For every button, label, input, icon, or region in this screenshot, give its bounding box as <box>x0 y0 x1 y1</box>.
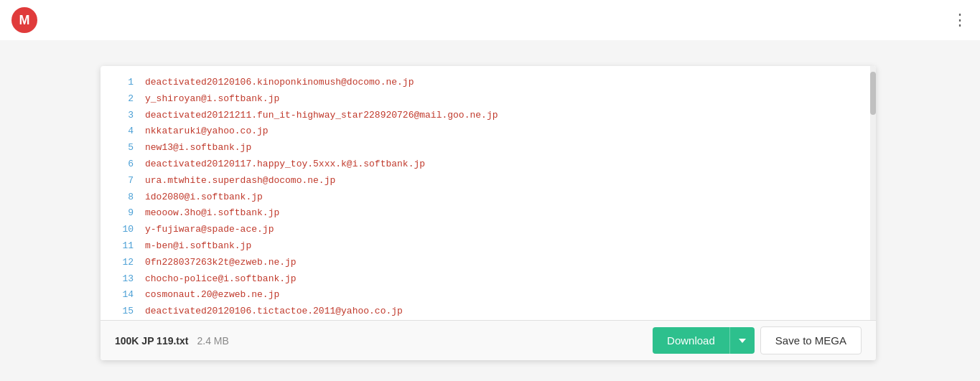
table-row: 4nkkataruki@yahoo.co.jp <box>101 123 876 140</box>
table-row: 9meooow.3ho@i.softbank.jp <box>101 205 876 222</box>
table-row: 15deactivated20120106.tictactoe.2011@yah… <box>101 304 876 320</box>
save-to-mega-button[interactable]: Save to MEGA <box>760 326 862 354</box>
table-row: 5new13@i.softbank.jp <box>101 140 876 156</box>
line-content: deactivated20121211.fun_it-highway_star2… <box>145 108 498 123</box>
line-content: chocho-police@i.softbank.jp <box>145 272 297 287</box>
main-content: 1deactivated20120106.kinoponkinomush@doc… <box>0 40 980 381</box>
mega-logo[interactable]: M <box>11 7 37 33</box>
line-number: 3 <box>112 108 134 123</box>
line-number: 1 <box>112 75 134 90</box>
table-row: 3deactivated20121211.fun_it-highway_star… <box>101 108 876 124</box>
table-row: 14cosmonaut.20@ezweb.ne.jp <box>101 287 876 304</box>
table-row: 8ido2080@i.softbank.jp <box>101 189 876 206</box>
download-dropdown-button[interactable] <box>729 327 755 354</box>
line-number: 14 <box>112 288 134 303</box>
bottom-bar: 100K JP 119.txt 2.4 MB Download Save to … <box>101 320 876 360</box>
table-row: 10y-fujiwara@spade-ace.jp <box>101 222 876 238</box>
header-menu-icon[interactable]: ⋮ <box>952 11 969 29</box>
line-number: 5 <box>112 141 134 156</box>
line-number: 9 <box>112 206 134 221</box>
table-row: 13chocho-police@i.softbank.jp <box>101 271 876 288</box>
line-content: deactivated20120106.kinoponkinomush@doco… <box>145 75 414 90</box>
line-content: new13@i.softbank.jp <box>145 141 251 156</box>
line-content: meooow.3ho@i.softbank.jp <box>145 206 279 221</box>
logo-letter: M <box>19 13 30 28</box>
line-number: 11 <box>112 239 134 254</box>
line-content: ura.mtwhite.superdash@docomo.ne.jp <box>145 174 335 189</box>
line-content: cosmonaut.20@ezweb.ne.jp <box>145 288 279 303</box>
line-number: 12 <box>112 255 134 271</box>
line-content: y-fujiwara@spade-ace.jp <box>145 222 274 237</box>
code-lines: 1deactivated20120106.kinoponkinomush@doc… <box>101 75 876 320</box>
line-number: 15 <box>112 304 134 319</box>
line-content: ido2080@i.softbank.jp <box>145 190 263 205</box>
table-row: 7ura.mtwhite.superdash@docomo.ne.jp <box>101 173 876 189</box>
line-number: 8 <box>112 190 134 205</box>
line-content: deactivated20120106.tictactoe.2011@yahoo… <box>145 304 403 319</box>
table-row: 2y_shiroyan@i.softbank.jp <box>101 91 876 108</box>
line-number: 2 <box>112 92 134 107</box>
table-row: 6deactivated20120117.happy_toy.5xxx.k@i.… <box>101 156 876 173</box>
file-info: 100K JP 119.txt 2.4 MB <box>115 335 229 347</box>
line-content: nkkataruki@yahoo.co.jp <box>145 124 269 139</box>
table-row: 11m-ben@i.softbank.jp <box>101 238 876 255</box>
table-row: 1deactivated20120106.kinoponkinomush@doc… <box>101 75 876 91</box>
line-number: 13 <box>112 272 134 287</box>
scrollbar-thumb[interactable] <box>870 72 876 115</box>
line-content: m-ben@i.softbank.jp <box>145 239 251 254</box>
line-number: 7 <box>112 174 134 189</box>
download-button[interactable]: Download <box>653 327 729 354</box>
line-number: 4 <box>112 124 134 139</box>
file-name: 100K JP 119.txt <box>115 335 188 347</box>
line-number: 6 <box>112 157 134 172</box>
file-viewer: 1deactivated20120106.kinoponkinomush@doc… <box>101 66 876 360</box>
table-row: 120fn228037263k2t@ezweb.ne.jp <box>101 255 876 271</box>
line-content: y_shiroyan@i.softbank.jp <box>145 92 279 107</box>
action-buttons: Download Save to MEGA <box>653 326 862 354</box>
line-content: deactivated20120117.happy_toy.5xxx.k@i.s… <box>145 157 425 172</box>
line-number: 10 <box>112 222 134 237</box>
header: M ⋮ <box>0 0 980 40</box>
scrollbar-track[interactable] <box>870 66 876 360</box>
file-size: 2.4 MB <box>197 335 228 347</box>
line-content: 0fn228037263k2t@ezweb.ne.jp <box>145 255 297 271</box>
download-button-group[interactable]: Download <box>653 327 755 354</box>
code-area[interactable]: 1deactivated20120106.kinoponkinomush@doc… <box>101 66 876 360</box>
